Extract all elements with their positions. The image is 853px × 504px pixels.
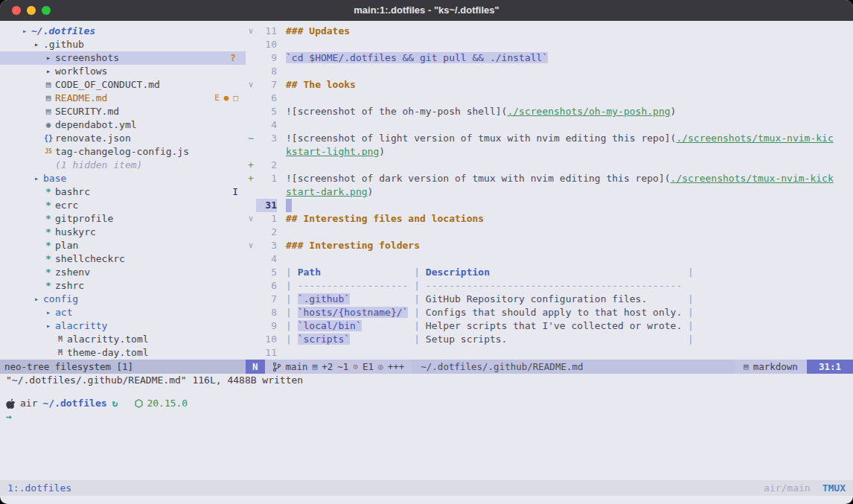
tree-item-dotfiles[interactable]: ▸~/.dotfiles	[0, 25, 246, 38]
shell-area[interactable]: air ~/.dotfiles ↻ 20.15.0 →	[0, 397, 853, 424]
tree-item-huskyrc[interactable]: *huskyrc	[0, 226, 246, 239]
folder-arrow-icon: ▸	[30, 172, 43, 185]
text-segment: kstart-light.png	[286, 146, 379, 157]
window-title: main:1:.dotfiles - "ks~/.dotfiles"	[0, 4, 853, 17]
sign-column	[246, 92, 256, 105]
text-segment: `hosts/{hostname}/`	[298, 307, 409, 318]
sign-column	[246, 346, 256, 360]
editor-line[interactable]: ∨7## The looks	[246, 78, 853, 92]
editor-line[interactable]: 10| `scripts` | Setup scripts. |	[246, 333, 853, 346]
text-segment: ### Interesting folders	[286, 240, 420, 251]
line-number: 8	[256, 306, 277, 319]
editor-line[interactable]: ∨1## Interesting files and locations	[246, 212, 853, 226]
editor-line[interactable]: ∨11### Updates	[246, 25, 853, 38]
tree-item-zshenv[interactable]: *zshenv	[0, 266, 246, 279]
editor-line[interactable]: 11	[246, 346, 853, 360]
tree-item-label: (1 hidden item)	[55, 159, 142, 172]
editor-line[interactable]: 4	[246, 118, 853, 132]
tree-item-security-md[interactable]: ▤SECURITY.md	[0, 105, 246, 118]
editor-line[interactable]: 10	[246, 38, 853, 51]
line-text: ### Interesting folders	[277, 239, 853, 252]
zoom-button[interactable]	[42, 6, 51, 15]
tree-item-ecrc[interactable]: *ecrc	[0, 199, 246, 212]
text-segment: Description	[426, 267, 490, 278]
editor-line[interactable]: 6| ------------------- | ---------------…	[246, 279, 853, 293]
tree-item-label: gitprofile	[55, 212, 113, 226]
editor-line[interactable]: 8	[246, 65, 853, 78]
tree-item-config[interactable]: ▸config	[0, 293, 246, 306]
neotree-panel: ▸~/.dotfiles▸.github▸screenshots?▸workfl…	[0, 25, 246, 360]
line-text: ## Interesting files and locations	[277, 212, 853, 226]
tree-item-label: .github	[43, 38, 84, 51]
tree-item-workflows[interactable]: ▸workflows	[0, 65, 246, 78]
markdown-file-icon: ▤	[42, 105, 55, 118]
traffic-lights	[0, 6, 51, 15]
editor-line[interactable]: 7| `.github` | GitHub Repository configu…	[246, 293, 853, 306]
rc-file-icon: *	[42, 199, 55, 212]
text-segment: | ------------------- | ----------------…	[286, 280, 682, 291]
line-text: start-dark.png)	[277, 185, 853, 199]
tree-item-alacritty[interactable]: ▸alacritty	[0, 319, 246, 333]
editor-pane[interactable]: ∨11### Updates109`cd $HOME/.dotfiles && …	[246, 25, 853, 360]
text-segment: ./screenshots/tmux-nvim-kic	[676, 133, 833, 144]
line-number: 6	[256, 279, 277, 293]
git-segment: main ▤ +2 ~1 ⊙ E1 ◎ +++	[265, 360, 412, 374]
rc-file-icon: *	[42, 279, 55, 293]
tree-item-shellcheckrc[interactable]: *shellcheckrc	[0, 252, 246, 266]
prompt-arrow[interactable]: →	[6, 410, 853, 424]
editor-line[interactable]: ~3![screenshot of light version of tmux …	[246, 132, 853, 145]
file-status-marker-1: ●	[224, 92, 229, 105]
tree-item-theme-day-toml[interactable]: Mtheme-day.toml	[0, 346, 246, 360]
editor-line[interactable]: 8| `hosts/{hostname}/` | Configs that sh…	[246, 306, 853, 319]
tree-item-code-of-conduct-md[interactable]: ▤CODE_OF_CONDUCT.md	[0, 78, 246, 92]
editor-line[interactable]: 2	[246, 226, 853, 239]
tree-item-zshrc[interactable]: *zshrc	[0, 279, 246, 293]
editor-line[interactable]: start-dark.png)	[246, 185, 853, 199]
tree-item-act[interactable]: ▸act	[0, 306, 246, 319]
text-segment: ./screenshots/tmux-nvim-kick	[671, 173, 834, 184]
tree-item-bashrc[interactable]: *bashrcI	[0, 185, 246, 199]
tree-item-base[interactable]: ▸base	[0, 172, 246, 185]
tree-item-readme-md[interactable]: ▤README.mdE●□	[0, 92, 246, 105]
editor-line[interactable]: 6	[246, 92, 853, 105]
tmux-window-tab[interactable]: 1:.dotfiles	[7, 482, 71, 495]
editor-line[interactable]: 5![screenshot of the oh-my-posh shell](.…	[246, 105, 853, 118]
text-segment: )	[671, 106, 677, 117]
tree-item-plan[interactable]: *plan	[0, 239, 246, 252]
editor-line[interactable]: 9| `local/bin` | Helper scripts that I'v…	[246, 319, 853, 333]
titlebar[interactable]: main:1:.dotfiles - "ks~/.dotfiles"	[0, 0, 853, 21]
tree-item-label: config	[43, 293, 78, 306]
tree-item-renovate-json[interactable]: {}renovate.json	[0, 132, 246, 145]
folder-arrow-icon: ▸	[30, 38, 43, 51]
line-number: 7	[256, 78, 277, 92]
tree-item-gitprofile[interactable]: *gitprofile	[0, 212, 246, 226]
editor-line[interactable]: +1![screenshot of dark version of tmux w…	[246, 172, 853, 185]
editor-buffer: ∨11### Updates109`cd $HOME/.dotfiles && …	[246, 25, 853, 360]
git-change-sign: ~	[246, 132, 256, 145]
editor-line[interactable]: 31	[246, 199, 853, 212]
tree-item-1-hidden-item[interactable]: (1 hidden item)	[0, 159, 246, 172]
editor-line[interactable]: 5| Path | Description |	[246, 266, 853, 279]
text-segment: )	[368, 186, 374, 197]
editor-line[interactable]: ∨3### Interesting folders	[246, 239, 853, 252]
sign-column	[246, 266, 256, 279]
tree-item-dependabot-yml[interactable]: ◉dependabot.yml	[0, 118, 246, 132]
editor-line[interactable]: +2	[246, 159, 853, 172]
tmux-label: TMUX	[822, 482, 846, 495]
tree-item-github[interactable]: ▸.github	[0, 38, 246, 51]
editor-line[interactable]: 4	[246, 252, 853, 266]
tree-item-tag-changelog-config-js[interactable]: JStag-changelog-config.js	[0, 145, 246, 159]
close-button[interactable]	[12, 6, 21, 15]
minimize-button[interactable]	[27, 6, 36, 15]
editor-line[interactable]: 9`cd $HOME/.dotfiles && git pull && ./in…	[246, 51, 853, 65]
toml-file-icon: M	[54, 346, 67, 360]
line-text: | `scripts` | Setup scripts. |	[277, 333, 853, 346]
json-file-icon: {}	[42, 132, 55, 145]
editor-line[interactable]: kstart-light.png)	[246, 145, 853, 159]
tree-item-alacritty-toml[interactable]: Malacritty.toml	[0, 333, 246, 346]
line-number	[256, 145, 277, 159]
line-text: ![screenshot of light version of tmux wi…	[277, 132, 853, 145]
tree-item-label: huskyrc	[55, 226, 96, 239]
tree-item-screenshots[interactable]: ▸screenshots?	[0, 51, 246, 65]
text-segment: |	[350, 334, 426, 345]
